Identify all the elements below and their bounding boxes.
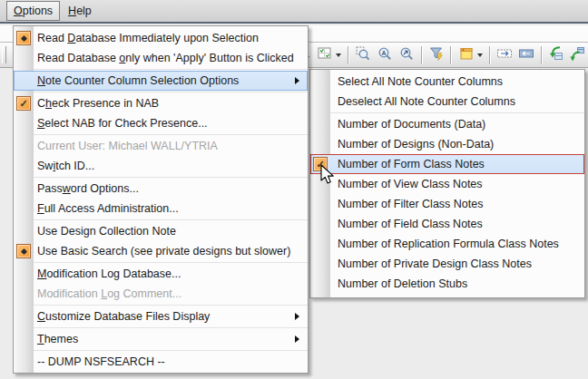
menu-item-label: Options <box>14 5 53 17</box>
menu-item-label: Number of Filter Class Notes <box>338 198 483 210</box>
menu-separator <box>14 219 308 220</box>
toolbar-separator <box>450 46 451 64</box>
menu-item-label: Deselect All Note Counter Columns <box>338 95 515 108</box>
radio-bullet-icon <box>16 244 31 258</box>
menu-item-label: Note Counter Column Selection Options <box>37 74 239 87</box>
zoom-fit-button[interactable] <box>397 45 416 65</box>
zoom-region-icon <box>355 45 371 64</box>
menu-item-label: Current User: Michael WALL/YTRIA <box>37 140 218 152</box>
menu-separator <box>14 177 308 178</box>
menu-separator <box>14 69 308 70</box>
menu-item-use-basic-search-see-private-designs-but-slower[interactable]: Use Basic Search (see private designs bu… <box>14 241 308 261</box>
import-data-icon <box>547 45 564 64</box>
menu-item-label: Switch ID... <box>37 160 94 172</box>
submenu-item-number-of-deletion-stubs[interactable]: Number of Deletion Stubs <box>310 274 584 294</box>
menu-item-read-database-only-when-apply-button-is-clicked[interactable]: Read Database only when 'Apply' Button i… <box>14 48 308 68</box>
menu-item-label: Number of Replication Formula Class Note… <box>338 238 559 250</box>
submenu-item-number-of-private-design-class-notes[interactable]: Number of Private Design Class Notes <box>310 254 584 274</box>
toolbar-separator <box>421 46 422 64</box>
menu-item-label: Help <box>68 5 92 17</box>
menu-item-current-user-michael-wall-ytria: Current User: Michael WALL/YTRIA <box>14 136 308 156</box>
submenu-arrow-icon <box>295 335 299 343</box>
import-data-button[interactable] <box>546 45 566 65</box>
menu-item-label: Themes <box>37 333 78 345</box>
note-icon <box>458 45 475 64</box>
zoom-100-button[interactable]: A <box>375 45 395 65</box>
menu-item-label: Number of Field Class Notes <box>338 218 483 230</box>
radio-bullet-icon <box>16 31 31 45</box>
checkmark-icon: ✓ <box>313 157 328 171</box>
toolbar-separator <box>541 46 542 64</box>
menu-item-customize-database-files-display[interactable]: Customize Database Files Display <box>14 306 308 326</box>
menu-item-password-options[interactable]: Password Options... <box>14 179 308 199</box>
submenu-item-number-of-documents-data[interactable]: Number of Documents (Data) <box>310 114 584 134</box>
menu-item-label: Use Design Collection Note <box>37 225 176 238</box>
options-menu: Read Database Immediately upon Selection… <box>13 25 309 374</box>
submenu-item-number-of-replication-formula-class-notes[interactable]: Number of Replication Formula Class Note… <box>310 234 584 254</box>
menubar: OptionsHelp <box>0 0 588 24</box>
submenu-item-number-of-view-class-notes[interactable]: Number of View Class Notes <box>310 174 584 194</box>
menu-item-label: Read Database Immediately upon Selection <box>37 32 259 44</box>
menu-item-label: Modification Log Database... <box>37 267 181 280</box>
menu-item-modification-log-database[interactable]: Modification Log Database... <box>14 264 308 284</box>
menu-item-label: Full Access Administration... <box>37 202 179 215</box>
menubar-item-options[interactable]: Options <box>6 1 60 21</box>
expand-columns-icon <box>496 45 513 64</box>
submenu-item-number-of-filter-class-notes[interactable]: Number of Filter Class Notes <box>310 194 584 214</box>
menu-item-label: Select All Note Counter Columns <box>338 75 503 88</box>
export-data-button[interactable] <box>567 45 587 65</box>
menu-item-label: Number of Deletion Stubs <box>338 277 467 290</box>
toolbar-separator <box>489 46 490 64</box>
submenu-arrow-icon <box>295 77 299 84</box>
menu-item-check-presence-in-nab[interactable]: ✓Check Presence in NAB <box>14 93 308 113</box>
export-data-icon <box>569 45 585 64</box>
menu-separator <box>14 305 308 306</box>
note-counter-submenu: Select All Note Counter ColumnsDeselect … <box>309 69 585 298</box>
menu-item-full-access-administration[interactable]: Full Access Administration... <box>14 199 308 219</box>
submenu-arrow-icon <box>295 313 299 320</box>
expand-columns-button[interactable] <box>495 45 514 65</box>
menu-item-label: Number of Form Class Notes <box>338 158 485 170</box>
menu-item-read-database-immediately-upon-selection[interactable]: Read Database Immediately upon Selection <box>14 28 308 48</box>
collapse-columns-icon <box>518 45 534 64</box>
submenu-item-select-all-note-counter-columns[interactable]: Select All Note Counter Columns <box>310 72 584 92</box>
menu-item-label: Select NAB for Check Presence... <box>37 117 208 130</box>
filter-icon <box>428 45 445 64</box>
menu-item-label: Number of View Class Notes <box>338 178 483 190</box>
submenu-item-number-of-designs-non-data[interactable]: Number of Designs (Non-Data) <box>310 134 584 154</box>
menu-item-modification-log-comment: Modification Log Comment... <box>14 284 308 304</box>
zoom-region-button[interactable] <box>353 45 373 65</box>
menu-item-label: Check Presence in NAB <box>37 97 159 110</box>
dropdown-arrow-icon <box>477 53 483 57</box>
menu-item-use-design-collection-note[interactable]: Use Design Collection Note <box>14 221 308 241</box>
menu-item-select-nab-for-check-presence[interactable]: Select NAB for Check Presence... <box>14 113 308 133</box>
note-button[interactable] <box>456 45 485 65</box>
submenu-item-deselect-all-note-counter-columns[interactable]: Deselect All Note Counter Columns <box>310 92 584 112</box>
menubar-item-help[interactable]: Help <box>61 1 99 21</box>
zoom-fit-icon <box>398 45 415 64</box>
svg-text:A: A <box>381 50 386 56</box>
menu-item-dump-nsfsearch[interactable]: -- DUMP NSFSEARCH -- <box>14 352 308 372</box>
menu-item-label: Number of Documents (Data) <box>338 118 485 131</box>
checkmark-icon: ✓ <box>16 96 31 111</box>
menu-separator <box>14 262 308 263</box>
menu-separator <box>310 112 584 113</box>
submenu-item-number-of-form-class-notes[interactable]: ✓Number of Form Class Notes <box>310 154 584 174</box>
menu-item-switch-id[interactable]: Switch ID... <box>14 156 308 176</box>
grid-check-icon <box>317 45 333 64</box>
menu-item-label: -- DUMP NSFSEARCH -- <box>37 355 165 368</box>
collapse-columns-button[interactable] <box>516 45 536 65</box>
dropdown-arrow-icon <box>336 53 341 57</box>
menu-item-themes[interactable]: Themes <box>14 329 308 349</box>
submenu-item-number-of-field-class-notes[interactable]: Number of Field Class Notes <box>310 214 584 234</box>
application-window: A OptionsHelp Read Database Immediately … <box>0 0 588 379</box>
toolbar-grip[interactable] <box>2 46 6 63</box>
filter-button[interactable] <box>426 45 446 65</box>
grid-check-button[interactable] <box>315 45 344 65</box>
menu-separator <box>14 134 308 135</box>
menu-separator <box>14 350 308 351</box>
menu-item-note-counter-column-selection-options[interactable]: Note Counter Column Selection Options <box>14 71 308 91</box>
menu-item-label: Modification Log Comment... <box>37 287 181 300</box>
zoom-100-icon: A <box>377 45 393 64</box>
menu-separator <box>14 92 308 92</box>
